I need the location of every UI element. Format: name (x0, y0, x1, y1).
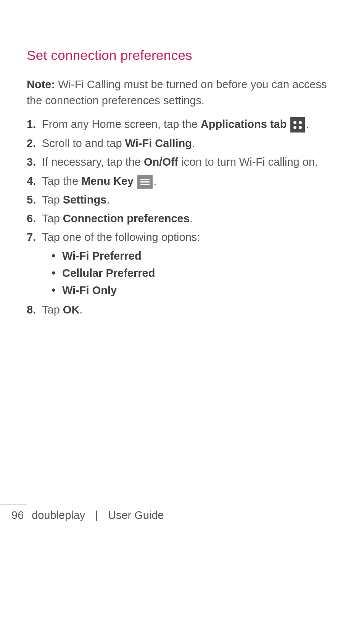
step-bold: Connection preferences (63, 212, 190, 225)
option-wifi-only: Wi-Fi Only (52, 282, 330, 299)
svg-point-0 (293, 121, 296, 124)
option-cellular-preferred: Cellular Preferred (52, 265, 330, 282)
footer-text: 96 doubleplay | User Guide (0, 504, 364, 522)
step-post: . (190, 212, 193, 225)
note-paragraph: Note: Wi-Fi Calling must be turned on be… (27, 76, 330, 108)
step-8: Tap OK. (27, 302, 330, 318)
svg-rect-6 (140, 184, 150, 185)
page-content: Set connection preferences Note: Wi-Fi C… (0, 0, 364, 318)
step-7: Tap one of the following options: Wi-Fi … (27, 229, 330, 299)
menu-key-icon (137, 175, 153, 189)
step-text: Scroll to and tap (42, 137, 125, 149)
footer-doc-title: User Guide (108, 509, 164, 521)
svg-point-3 (299, 126, 302, 129)
step-bold: Settings (63, 194, 106, 206)
step-2: Scroll to and tap Wi-Fi Calling. (27, 135, 330, 151)
step-3: If necessary, tap the On/Off icon to tur… (27, 154, 330, 170)
step-bold: Wi-Fi Calling (125, 137, 192, 149)
page-number: 96 (11, 509, 29, 522)
options-list: Wi-Fi Preferred Cellular Preferred Wi-Fi… (52, 247, 330, 299)
svg-point-2 (293, 126, 296, 129)
step-text: Tap (42, 212, 63, 225)
footer-separator: | (95, 509, 98, 521)
steps-list: From any Home screen, tap the Applicatio… (27, 116, 330, 317)
step-post: icon to turn Wi-Fi calling on. (178, 156, 318, 168)
note-label: Note: (27, 78, 55, 91)
svg-rect-5 (140, 181, 150, 183)
step-post: . (153, 175, 156, 187)
step-1: From any Home screen, tap the Applicatio… (27, 116, 330, 133)
step-5: Tap Settings. (27, 192, 330, 208)
step-bold: Applications tab (201, 118, 287, 130)
step-post: . (192, 137, 195, 149)
step-text: Tap (42, 304, 63, 316)
step-bold: Menu Key (81, 175, 134, 187)
step-post: . (79, 304, 82, 316)
page-footer: 96 doubleplay | User Guide (0, 504, 364, 522)
option-wifi-preferred: Wi-Fi Preferred (52, 247, 330, 265)
footer-product: doubleplay (32, 509, 85, 521)
section-heading: Set connection preferences (27, 48, 330, 63)
step-post: . (306, 118, 309, 130)
step-post: . (106, 194, 110, 206)
applications-tab-icon (290, 117, 305, 133)
step-text: Tap one of the following options: (42, 231, 200, 243)
step-bold: OK (63, 304, 80, 316)
step-text: From any Home screen, tap the (42, 118, 201, 130)
step-4: Tap the Menu Key . (27, 173, 330, 189)
step-bold: On/Off (144, 156, 178, 168)
step-text: If necessary, tap the (42, 156, 144, 168)
step-6: Tap Connection preferences. (27, 210, 330, 226)
svg-point-1 (299, 121, 302, 124)
svg-rect-4 (140, 179, 150, 180)
step-text: Tap the (42, 175, 81, 187)
note-text: Wi-Fi Calling must be turned on before y… (27, 78, 327, 107)
step-text: Tap (42, 194, 63, 206)
